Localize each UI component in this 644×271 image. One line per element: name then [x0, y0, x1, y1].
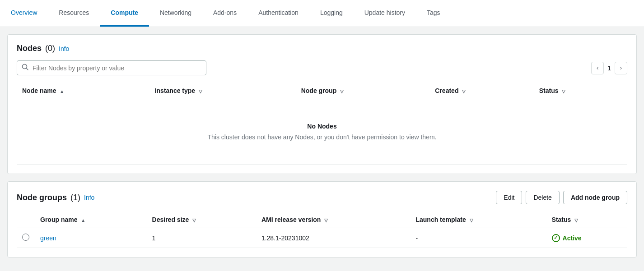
nodes-count: (0): [45, 44, 55, 53]
top-nav: Overview Resources Compute Networking Ad…: [0, 0, 644, 27]
node-groups-actions: Edit Delete Add node group: [496, 191, 627, 204]
nodes-prev-page-button[interactable]: ‹: [591, 62, 604, 74]
node-groups-col-ami-release[interactable]: AMI release version ▽: [256, 211, 411, 228]
tab-update-history[interactable]: Update history: [354, 0, 416, 27]
node-groups-header-row: Node groups (1) Info Edit Delete Add nod…: [17, 191, 627, 204]
node-groups-col-group-name[interactable]: Group name ▲: [35, 211, 147, 228]
row-desired-size: 1: [147, 228, 256, 248]
node-groups-count: (1): [70, 193, 80, 202]
add-node-group-button[interactable]: Add node group: [563, 191, 627, 204]
node-groups-table: Group name ▲ Desired size ▽ AMI release …: [17, 211, 627, 248]
tab-networking[interactable]: Networking: [149, 0, 202, 27]
row-ami-release: 1.28.1-20231002: [256, 228, 411, 248]
tab-overview[interactable]: Overview: [0, 0, 48, 27]
nodes-pagination: ‹ 1 ›: [591, 62, 627, 74]
nodes-table-header-row: Node name ▲ Instance type ▽ Node group ▽…: [17, 83, 627, 99]
sort-desc-icon: ▽: [324, 218, 328, 223]
sort-desc-icon: ▽: [199, 89, 202, 94]
node-groups-table-body: green 1 1.28.1-20231002 - ✓ Active: [17, 228, 627, 248]
node-groups-title: Node groups: [17, 193, 67, 202]
sort-asc-icon: ▲: [60, 89, 64, 94]
nodes-page-number: 1: [607, 64, 611, 72]
sort-desc-icon: ▽: [574, 218, 578, 223]
delete-button[interactable]: Delete: [526, 191, 559, 204]
node-groups-info-link[interactable]: Info: [84, 194, 94, 201]
row-launch-template: -: [410, 228, 546, 248]
node-groups-table-head: Group name ▲ Desired size ▽ AMI release …: [17, 211, 627, 228]
main-content: Nodes (0) Info ‹ 1 ›: [0, 27, 644, 265]
chevron-left-icon: ‹: [597, 64, 598, 71]
table-row: green 1 1.28.1-20231002 - ✓ Active: [17, 228, 627, 248]
row-group-name: green: [35, 228, 147, 248]
nodes-info-link[interactable]: Info: [59, 45, 69, 52]
sort-desc-icon: ▽: [562, 89, 565, 94]
tab-add-ons[interactable]: Add-ons: [202, 0, 247, 27]
nodes-empty-state: No Nodes This cluster does not have any …: [22, 105, 622, 159]
node-groups-col-check: [17, 211, 35, 228]
status-active-icon: ✓: [552, 234, 560, 242]
nodes-empty-state-row: No Nodes This cluster does not have any …: [17, 99, 627, 165]
nodes-col-node-name[interactable]: Node name ▲: [17, 83, 149, 99]
nodes-table-head: Node name ▲ Instance type ▽ Node group ▽…: [17, 83, 627, 99]
node-groups-header-row-table: Group name ▲ Desired size ▽ AMI release …: [17, 211, 627, 228]
nodes-col-status[interactable]: Status ▽: [534, 83, 627, 99]
chevron-right-icon: ›: [620, 64, 622, 71]
row-radio[interactable]: [22, 234, 29, 241]
status-label: Active: [563, 234, 582, 242]
node-groups-section: Node groups (1) Info Edit Delete Add nod…: [7, 181, 637, 257]
tab-authentication[interactable]: Authentication: [247, 0, 309, 27]
nodes-table: Node name ▲ Instance type ▽ Node group ▽…: [17, 83, 627, 165]
sort-desc-icon: ▽: [462, 89, 466, 94]
group-name-link[interactable]: green: [40, 234, 56, 242]
svg-line-1: [26, 68, 28, 70]
nodes-col-node-group[interactable]: Node group ▽: [296, 83, 430, 99]
node-groups-col-status[interactable]: Status ▽: [546, 211, 627, 228]
nodes-section-header: Nodes (0) Info: [17, 44, 627, 53]
nodes-col-created[interactable]: Created ▽: [429, 83, 533, 99]
nodes-col-instance-type[interactable]: Instance type ▽: [149, 83, 296, 99]
sort-desc-icon: ▽: [470, 218, 473, 223]
node-groups-col-desired-size[interactable]: Desired size ▽: [147, 211, 256, 228]
nodes-search-input[interactable]: [33, 64, 201, 72]
sort-asc-icon: ▲: [81, 218, 85, 223]
tab-tags[interactable]: Tags: [416, 0, 451, 27]
nodes-empty-desc: This cluster does not have any Nodes, or…: [31, 133, 613, 141]
search-icon: [22, 64, 29, 72]
node-groups-col-launch-template[interactable]: Launch template ▽: [410, 211, 546, 228]
nodes-search-bar-container: ‹ 1 ›: [17, 60, 627, 75]
nodes-empty-title: No Nodes: [31, 123, 613, 130]
tab-compute[interactable]: Compute: [100, 0, 149, 27]
edit-button[interactable]: Edit: [496, 191, 522, 204]
tab-resources[interactable]: Resources: [48, 0, 100, 27]
nodes-title: Nodes: [17, 44, 42, 53]
node-groups-header-left: Node groups (1) Info: [17, 193, 94, 202]
sort-desc-icon: ▽: [192, 218, 196, 223]
row-status: ✓ Active: [546, 228, 627, 248]
tab-logging[interactable]: Logging: [309, 0, 354, 27]
nodes-next-page-button[interactable]: ›: [615, 62, 627, 74]
row-radio-col: [17, 228, 35, 248]
nodes-search-wrapper: [17, 60, 206, 75]
nodes-table-body: No Nodes This cluster does not have any …: [17, 99, 627, 165]
sort-desc-icon: ▽: [340, 89, 344, 94]
nodes-section: Nodes (0) Info ‹ 1 ›: [7, 34, 637, 174]
